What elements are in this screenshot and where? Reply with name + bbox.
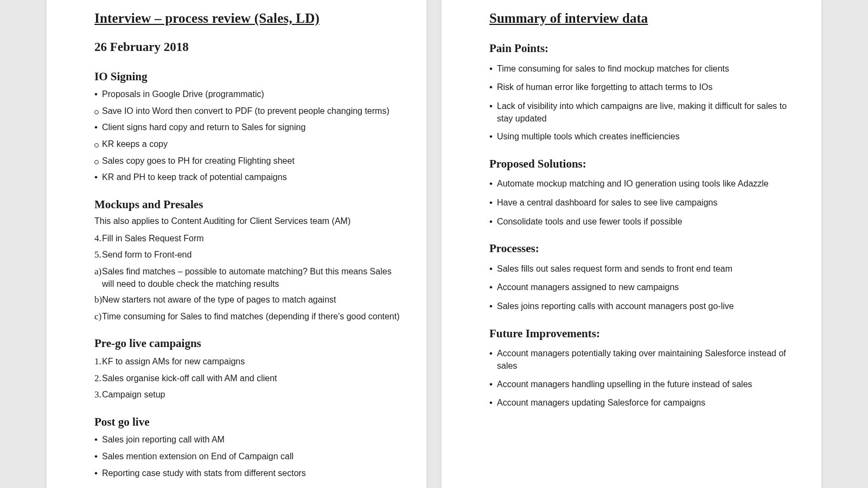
list-item: Sales fills out sales request form and s…	[489, 262, 797, 276]
page-left: Interview – process review (Sales, LD) 2…	[47, 0, 426, 488]
list-item: Fill in Sales Request Form	[94, 232, 403, 246]
bullet-icon	[489, 177, 497, 191]
pre-ordered-list: KF to assign AMs for new campaigns Sales…	[94, 355, 403, 402]
list-item-text: Sales organise kick-off call with AM and…	[102, 372, 403, 384]
bullet-icon	[489, 300, 497, 313]
bullet-icon	[489, 262, 497, 276]
list-item: Account managers handling upselling in t…	[489, 378, 797, 391]
list-item: Account managers updating Salesforce for…	[489, 396, 797, 410]
list-item-text: Proposals in Google Drive (programmatic)	[102, 88, 403, 100]
alpha-marker	[94, 310, 102, 324]
bullet-icon	[94, 121, 102, 134]
list-item-text: Sales joins reporting calls with account…	[497, 300, 797, 312]
list-item: Send form to Front-end	[94, 248, 403, 262]
list-item-text: Account managers assigned to new campaig…	[497, 281, 797, 293]
open-bullet-icon	[94, 139, 102, 152]
list-item: Save IO into Word then convert to PDF (t…	[94, 105, 403, 118]
io-list: Proposals in Google Drive (programmatic)	[94, 88, 403, 101]
number-marker	[94, 388, 102, 402]
mockups-alpha-list: Sales find matches – possible to automat…	[94, 265, 403, 324]
bullet-icon	[94, 450, 102, 464]
list-item-text: Client signs hard copy and return to Sal…	[102, 121, 403, 133]
list-item: Time consuming for sales to find mockup …	[489, 62, 797, 76]
section-heading-solutions: Proposed Solutions:	[489, 156, 797, 172]
list-item: Lack of visibility into which campaigns …	[489, 100, 797, 125]
list-item-text: KF to assign AMs for new campaigns	[102, 355, 403, 368]
list-item-text: Reporting case study with stats from dif…	[102, 467, 403, 479]
list-item-text: Account managers handling upselling in t…	[497, 378, 797, 390]
io-sublist-1: Save IO into Word then convert to PDF (t…	[94, 105, 403, 118]
list-item-text: Sales mention extension on End of Campai…	[102, 450, 403, 463]
list-item: Sales join reporting call with AM	[94, 433, 403, 447]
io-list-2: Client signs hard copy and return to Sal…	[94, 121, 403, 134]
list-item: Consolidate tools and use fewer tools if…	[489, 215, 797, 229]
list-item-text: Send form to Front-end	[102, 248, 403, 261]
io-list-3: KR and PH to keep track of potential cam…	[94, 171, 403, 184]
list-item: Time consuming for Sales to find matches…	[94, 310, 403, 324]
bullet-icon	[489, 378, 497, 391]
list-item-text: Automate mockup matching and IO generati…	[497, 177, 797, 190]
alpha-marker	[94, 293, 102, 307]
page-title-right: Summary of interview data	[489, 9, 797, 28]
bullet-icon	[489, 81, 497, 94]
bullet-icon	[489, 347, 497, 361]
open-bullet-icon	[94, 156, 102, 169]
future-list: Account managers potentially taking over…	[489, 347, 797, 410]
document-spread: Interview – process review (Sales, LD) 2…	[0, 0, 868, 488]
mockups-ordered-list: Fill in Sales Request Form Send form to …	[94, 232, 403, 262]
bullet-icon	[489, 281, 497, 294]
bullet-icon	[489, 196, 497, 210]
list-item: KF to assign AMs for new campaigns	[94, 355, 403, 369]
bullet-icon	[489, 215, 497, 229]
list-item: Have a central dashboard for sales to se…	[489, 196, 797, 210]
list-item: KR and PH to keep track of potential cam…	[94, 171, 403, 184]
section-heading-io: IO Signing	[94, 68, 403, 85]
list-item-text: Fill in Sales Request Form	[102, 232, 403, 245]
list-item-text: Account managers potentially taking over…	[497, 347, 797, 372]
list-item: Reporting case study with stats from dif…	[94, 467, 403, 480]
bullet-icon	[489, 62, 497, 76]
list-item: Client signs hard copy and return to Sal…	[94, 121, 403, 134]
list-item: Sales find matches – possible to automat…	[94, 265, 403, 290]
number-marker	[94, 232, 102, 246]
list-item-text: KR and PH to keep track of potential cam…	[102, 171, 403, 183]
list-item-text: Sales find matches – possible to automat…	[102, 265, 403, 290]
solutions-list: Automate mockup matching and IO generati…	[489, 177, 797, 228]
bullet-icon	[489, 100, 497, 113]
list-item-text: Time consuming for Sales to find matches…	[102, 310, 403, 323]
document-date: 26 February 2018	[94, 38, 403, 56]
list-item-text: Sales fills out sales request form and s…	[497, 262, 797, 275]
alpha-marker	[94, 265, 102, 279]
bullet-icon	[489, 130, 497, 144]
list-item-text: Consolidate tools and use fewer tools if…	[497, 215, 797, 228]
list-item: Sales organise kick-off call with AM and…	[94, 372, 403, 386]
list-item-text: Have a central dashboard for sales to se…	[497, 196, 797, 209]
list-item-text: Save IO into Word then convert to PDF (t…	[102, 105, 403, 117]
list-item: Using multiple tools which creates ineff…	[489, 130, 797, 144]
number-marker	[94, 248, 102, 262]
list-item: Account managers potentially taking over…	[489, 347, 797, 372]
bullet-icon	[94, 433, 102, 447]
list-item-text: Sales copy goes to PH for creating Fligh…	[102, 155, 403, 167]
list-item: Sales joins reporting calls with account…	[489, 300, 797, 313]
list-item-text: Campaign setup	[102, 388, 403, 401]
bullet-icon	[94, 171, 102, 184]
section-heading-processes: Processes:	[489, 240, 797, 256]
section-heading-pain: Pain Points:	[489, 40, 797, 56]
list-item: KR keeps a copy	[94, 138, 403, 151]
section-heading-post: Post go live	[94, 414, 403, 430]
post-list: Sales join reporting call with AM Sales …	[94, 433, 403, 480]
list-item-text: Time consuming for sales to find mockup …	[497, 62, 797, 75]
list-item: New starters not aware of the type of pa…	[94, 293, 403, 307]
page-right: Summary of interview data Pain Points: T…	[442, 0, 821, 488]
list-item-text: Using multiple tools which creates ineff…	[497, 130, 797, 143]
list-item-text: New starters not aware of the type of pa…	[102, 293, 403, 306]
section-heading-mockups: Mockups and Presales	[94, 196, 403, 213]
pain-list: Time consuming for sales to find mockup …	[489, 62, 797, 144]
io-sublist-2: KR keeps a copy Sales copy goes to PH fo…	[94, 138, 403, 168]
list-item-text: Lack of visibility into which campaigns …	[497, 100, 797, 125]
list-item-text: Risk of human error like forgetting to a…	[497, 81, 797, 93]
bullet-icon	[94, 467, 102, 480]
page-title-left: Interview – process review (Sales, LD)	[94, 9, 403, 28]
list-item-text: KR keeps a copy	[102, 138, 403, 150]
